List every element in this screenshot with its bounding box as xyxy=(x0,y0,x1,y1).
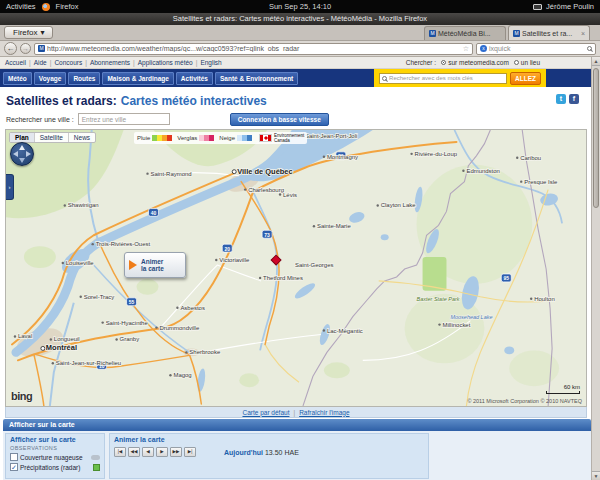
map-view-tab-plan[interactable]: Plan xyxy=(10,133,35,142)
canada-flag-icon xyxy=(259,134,272,142)
map-label-rivi-re-du-loup: Rivière-du-Loup xyxy=(415,151,458,157)
scrollbar-thumb[interactable] xyxy=(593,68,599,208)
city-dot xyxy=(50,338,52,340)
low-speed-button[interactable]: Connexion à basse vitesse xyxy=(230,113,329,126)
city-dot xyxy=(410,153,412,155)
firefox-menu-button[interactable]: Firefox ▾ xyxy=(4,26,53,39)
site-link-english[interactable]: English xyxy=(200,59,221,66)
page-scrollbar[interactable]: ▲ ▼ xyxy=(591,57,600,480)
timeline-btn-1[interactable]: ◀◀ xyxy=(128,447,140,457)
map-compass-control[interactable] xyxy=(10,142,34,166)
side-panel-toggle[interactable]: › xyxy=(6,174,14,200)
scope-option-sur-meteomedia-com[interactable]: sur meteomedia.com xyxy=(441,59,509,66)
search-engine-icon[interactable]: x xyxy=(480,45,487,52)
radio-icon[interactable] xyxy=(441,60,446,65)
legend-swatches xyxy=(199,135,214,141)
city-dot xyxy=(14,335,16,337)
site-links: Accueil|Aide|Concours|Abonnements|Applic… xyxy=(5,59,222,66)
nav-item-voyage[interactable]: Voyage xyxy=(34,72,67,85)
site-main-nav: MétéoVoyageRoutesMaison & JardinageActiv… xyxy=(0,69,591,87)
page-heading: Satellites et radars: Cartes météo inter… xyxy=(0,87,591,111)
go-button[interactable]: ALLEZ xyxy=(510,72,541,85)
layer-pr-cipitations-radar[interactable]: ✓Précipitations (radar) xyxy=(10,463,100,471)
app-menu-label[interactable]: Firefox xyxy=(56,2,79,11)
map-footer-link-carte-par-d-faut[interactable]: Carte par défaut xyxy=(242,409,289,416)
timeline-btn-2[interactable]: ◀ xyxy=(142,447,154,457)
scope-option-un-lieu[interactable]: un lieu xyxy=(514,59,540,66)
site-link-applications-m-t-o[interactable]: Applications météo xyxy=(138,59,193,66)
timeline-controls: |◀◀◀◀▶▶▶▶| Aujourd'hui 13.50 HAE xyxy=(114,447,424,457)
chevron-down-icon: ▾ xyxy=(40,28,44,37)
legend-swatches xyxy=(152,135,172,141)
pan-west-icon[interactable] xyxy=(13,151,18,157)
twitter-icon[interactable]: t xyxy=(556,94,566,104)
display-status-icon[interactable] xyxy=(533,4,542,10)
map-footer-link-rafra-chir-l-image[interactable]: Rafraîchir l'image xyxy=(299,409,349,416)
checkbox-icon[interactable] xyxy=(10,453,18,461)
agency-name: EnvironnementCanada xyxy=(274,133,304,143)
map-view-tab-news[interactable]: News xyxy=(69,133,95,142)
map-label-edmundston: Edmundston xyxy=(466,168,500,174)
route-shield-label: 20 xyxy=(224,247,230,252)
clock[interactable]: Sun Sep 25, 14:10 xyxy=(269,2,331,11)
activities-button[interactable]: Activities xyxy=(6,2,36,11)
city-dot xyxy=(41,346,45,350)
site-link-abonnements[interactable]: Abonnements xyxy=(90,59,130,66)
city-dot xyxy=(462,170,464,172)
scroll-up-icon[interactable]: ▲ xyxy=(592,57,600,66)
pan-north-icon[interactable] xyxy=(19,145,25,150)
map-label-saint-jean-port-joli: Saint-Jean-Port-Joli xyxy=(305,133,357,139)
timeline-btn-4[interactable]: ▶▶ xyxy=(170,447,182,457)
back-button[interactable]: ← xyxy=(4,42,17,55)
section-header: Afficher sur la carte xyxy=(3,419,591,431)
checkbox-icon[interactable]: ✓ xyxy=(10,463,18,471)
map-attribution: © 2011 Microsoft Corporation © 2010 NAVT… xyxy=(467,398,582,404)
window-titlebar[interactable]: Satellites et radars: Cartes météo inter… xyxy=(0,13,600,25)
url-bar[interactable]: M http://www.meteomedia.com/weather/maps… xyxy=(34,43,473,55)
social-icons: t f xyxy=(556,94,579,104)
city-dot xyxy=(176,307,178,309)
firefox-app-icon[interactable] xyxy=(42,3,50,11)
city-dot xyxy=(52,362,54,364)
nav-item-activit-s[interactable]: Activités xyxy=(176,72,213,85)
timeline-btn-3[interactable]: ▶ xyxy=(156,447,168,457)
timeline-btn-0[interactable]: |◀ xyxy=(114,447,126,457)
play-icon xyxy=(129,260,137,270)
url-text[interactable]: http://www.meteomedia.com/weather/maps/q… xyxy=(47,45,461,52)
layer-couverture-nuageuse[interactable]: Couverture nuageuse xyxy=(10,453,100,461)
city-search-input[interactable]: Entrez une ville xyxy=(78,113,170,125)
user-menu[interactable]: Jérôme Poulin xyxy=(546,2,594,11)
legend-neige: Neige xyxy=(219,135,252,141)
search-bar[interactable]: x ixquick xyxy=(476,43,596,55)
pan-east-icon[interactable] xyxy=(26,151,31,157)
keyword-search-input[interactable]: Rechercher avec des mots clés xyxy=(379,73,507,84)
nav-item-routes[interactable]: Routes xyxy=(68,72,100,85)
pan-south-icon[interactable] xyxy=(19,158,25,163)
search-scope-label: Chercher : xyxy=(406,59,436,66)
magnifier-icon[interactable] xyxy=(587,46,592,51)
nav-item-m-t-o[interactable]: Météo xyxy=(3,72,32,85)
cloud-icon xyxy=(91,455,100,460)
scroll-down-icon[interactable]: ▼ xyxy=(592,471,600,480)
search-engine-name[interactable]: ixquick xyxy=(489,45,585,52)
bookmark-star-icon[interactable]: ☆ xyxy=(463,45,469,53)
map-canvas[interactable]: 40202073105595 Ville de QuébecMontréalCh… xyxy=(5,129,587,407)
radio-icon[interactable] xyxy=(514,60,519,65)
map-label-laval: Laval xyxy=(18,333,32,339)
site-link-aide[interactable]: Aide xyxy=(34,59,47,66)
browser-tab-1[interactable]: MSatellites et ra...× xyxy=(508,25,590,40)
map-options-area: Afficher sur la carte OBSERVATIONS Couve… xyxy=(3,431,591,480)
timeline-btn-5[interactable]: ▶| xyxy=(184,447,196,457)
facebook-icon[interactable]: f xyxy=(569,94,579,104)
nav-item-sant-environnement[interactable]: Santé & Environnement xyxy=(215,72,298,85)
animate-map-button[interactable]: Animerla carte xyxy=(124,252,186,278)
legend-swatches xyxy=(237,135,252,141)
site-link-concours[interactable]: Concours xyxy=(54,59,82,66)
map-view-tab-satellite[interactable]: Satellite xyxy=(35,133,69,142)
browser-tab-0[interactable]: MMétéoMédia Bi... xyxy=(424,26,506,40)
site-link-accueil[interactable]: Accueil xyxy=(5,59,26,66)
tab-close-icon[interactable]: × xyxy=(581,30,585,37)
forward-button[interactable]: → xyxy=(20,43,31,54)
nav-item-maison-jardinage[interactable]: Maison & Jardinage xyxy=(102,72,173,85)
map-label-louiseville: Louiseville xyxy=(66,260,95,266)
